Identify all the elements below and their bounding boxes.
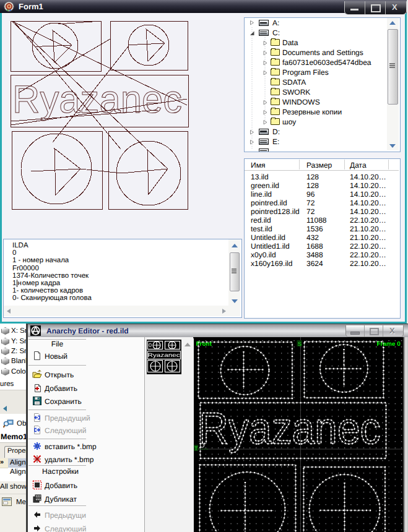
svg-text:S: S [298,341,302,347]
svg-text:T: T [194,445,198,452]
svg-text:Ryazanec: Ryazanec [148,352,181,358]
svg-text:Front: Front [196,341,212,348]
svg-text:Ryazanec: Ryazanec [12,78,182,121]
svg-text:0: 0 [149,342,152,348]
svg-text:Frame 0: Frame 0 [377,341,401,348]
svg-text:Ryazanec: Ryazanec [199,404,381,453]
